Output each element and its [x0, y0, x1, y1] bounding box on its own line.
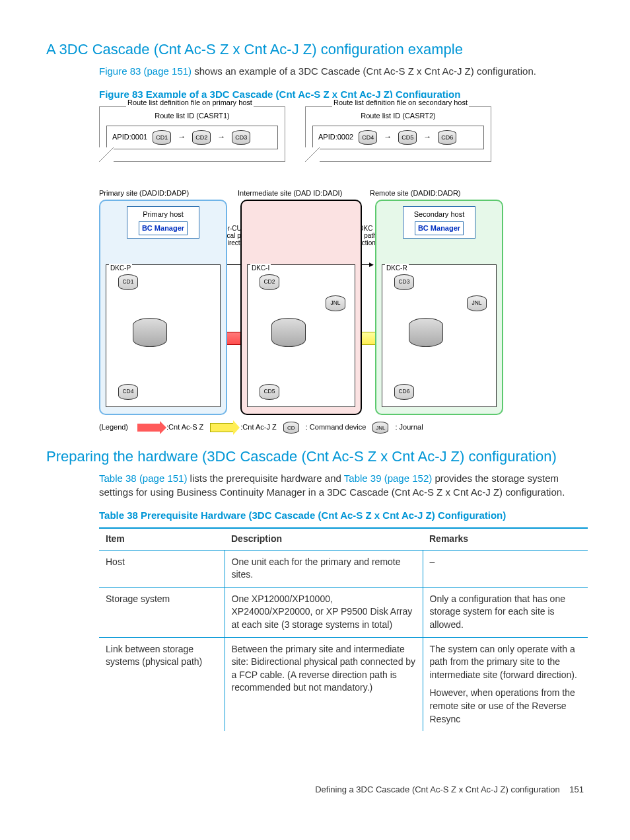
- legend-cmd: : Command device: [306, 422, 367, 432]
- cd5-icon: CD5: [398, 130, 417, 145]
- cd3-cyl-icon: CD3: [394, 274, 414, 290]
- th-remarks: Remarks: [423, 528, 588, 550]
- legend-label: (Legend): [99, 422, 128, 432]
- cd1-cyl-icon: CD1: [118, 274, 138, 290]
- legend-cd-icon: CD: [283, 422, 299, 434]
- legend-jnl-icon: JNL: [372, 422, 388, 434]
- dkc-r-box: DKC-R CD3 JNL CD6: [382, 264, 497, 407]
- label-remote-site: Remote site (DADID:DADR): [370, 188, 495, 198]
- heading-config-example: A 3DC Cascade (Cnt Ac-S Z x Cnt Ac-J Z) …: [46, 40, 584, 60]
- legend-cnt-j: :Cnt Ac-J Z: [240, 422, 276, 432]
- footer-page-number: 151: [569, 784, 584, 794]
- storage-cyl-icon: [271, 318, 306, 347]
- table-38: Item Description Remarks Host One unit e…: [99, 527, 588, 731]
- label-secondary-host: Secondary host: [406, 210, 472, 219]
- legend-journal: : Journal: [395, 422, 423, 432]
- cd2-cyl-icon: CD2: [260, 274, 279, 290]
- table-caption: Table 38 Prerequisite Hardware (3DC Casc…: [99, 508, 584, 522]
- cell-desc: One unit each for the primary and remote…: [225, 550, 423, 587]
- route-secondary-id: Route list ID (CASRT2): [361, 111, 436, 121]
- remarks-p1: The system can only operate with a path …: [430, 643, 582, 682]
- bc-manager-label: BC Manager: [415, 221, 464, 235]
- dkc-p-box: DKC-P CD1 CD4: [106, 264, 221, 407]
- arrow-icon: [382, 132, 393, 143]
- link-table-39[interactable]: Table 39 (page 152): [344, 473, 432, 484]
- cell-item: Storage system: [99, 587, 225, 637]
- bc-manager-label: BC Manager: [139, 221, 188, 235]
- cell-item: Host: [99, 550, 225, 587]
- figure-83-diagram: Route list definition file on primary ho…: [99, 106, 508, 434]
- route-secondary-title: Route list definition file on secondary …: [332, 98, 469, 108]
- legend-row: (Legend) :Cnt Ac-S Z :Cnt Ac-J Z CD : Co…: [99, 422, 508, 434]
- intro-paragraph: Figure 83 (page 151) shows an example of…: [99, 64, 584, 78]
- storage-cyl-icon: [409, 318, 443, 347]
- cell-item: Link between storage systems (physical p…: [99, 637, 225, 731]
- th-item: Item: [99, 528, 225, 550]
- cd6-cyl-icon: CD6: [394, 384, 414, 400]
- cd5-cyl-icon: CD5: [260, 384, 279, 400]
- cd4-cyl-icon: CD4: [118, 384, 138, 400]
- jnl-cyl-icon: JNL: [326, 295, 345, 311]
- dkc-i-box: DKC-I CD2 JNL CD5: [247, 264, 355, 407]
- route-primary-box: Route list definition file on primary ho…: [99, 106, 285, 162]
- hardware-paragraph: Table 38 (page 151) lists the prerequisi…: [99, 471, 584, 499]
- jnl-cyl-icon: JNL: [467, 295, 487, 311]
- dkc-p-label: DKC-P: [109, 264, 132, 273]
- cd1-icon: CD1: [153, 130, 171, 145]
- cd4-icon: CD4: [359, 130, 377, 145]
- table-row: Link between storage systems (physical p…: [99, 637, 588, 731]
- cell-remarks: The system can only operate with a path …: [423, 637, 588, 731]
- arrow-icon: [216, 132, 227, 143]
- label-primary-site: Primary site (DADID:DADP): [99, 188, 225, 198]
- cell-remarks: –: [423, 550, 588, 587]
- arrow-icon: [176, 132, 187, 143]
- dkc-r-label: DKC-R: [385, 264, 409, 273]
- th-description: Description: [225, 528, 423, 550]
- table-row: Host One unit each for the primary and r…: [99, 550, 588, 587]
- legend-red-arrow-icon: [137, 424, 160, 432]
- route-primary-id: Route list ID (CASRT1): [155, 111, 230, 121]
- cell-desc: Between the primary site and intermediat…: [225, 637, 423, 731]
- storage-cyl-icon: [133, 318, 167, 347]
- remote-site-box: Secondary host BC Manager DKC-R CD3 JNL …: [375, 200, 503, 415]
- table-header-row: Item Description Remarks: [99, 528, 588, 550]
- cell-desc: One XP12000/XP10000, XP24000/XP20000, or…: [225, 587, 423, 637]
- p2-mid: lists the prerequisite hardware and: [187, 473, 343, 484]
- label-primary-host: Primary host: [130, 210, 196, 219]
- route-primary-title: Route list definition file on primary ho…: [126, 98, 254, 108]
- primary-site-box: Primary host BC Manager DKC-P CD1 CD4: [99, 200, 227, 415]
- label-intermediate-site: Intermediate site (DAD ID:DADI): [238, 188, 357, 198]
- intro-text: shows an example of a 3DC Cascade (Cnt A…: [192, 65, 536, 77]
- remarks-p2: However, when operations from the remote…: [430, 687, 582, 726]
- cd3-icon: CD3: [232, 130, 250, 145]
- footer-text: Defining a 3DC Cascade (Cnt Ac-S Z x Cnt…: [315, 784, 560, 794]
- legend-cnt-s: :Cnt Ac-S Z: [166, 422, 203, 432]
- link-figure-83[interactable]: Figure 83 (page 151): [99, 65, 192, 77]
- legend-yellow-arrow-icon: [210, 423, 234, 432]
- table-row: Storage system One XP12000/XP10000, XP24…: [99, 587, 588, 637]
- link-table-38[interactable]: Table 38 (page 151): [99, 473, 187, 484]
- route-secondary-box: Route list definition file on secondary …: [305, 106, 491, 162]
- intermediate-site-box: DKC-I CD2 JNL CD5: [240, 200, 362, 415]
- apid-primary: APID:0001: [112, 132, 147, 142]
- primary-host-box: Primary host BC Manager: [127, 206, 199, 239]
- cd6-icon: CD6: [438, 130, 456, 145]
- arrow-icon: [422, 132, 433, 143]
- heading-preparing-hardware: Preparing the hardware (3DC Cascade (Cnt…: [46, 447, 584, 467]
- apid-secondary: APID:0002: [318, 132, 353, 142]
- secondary-host-box: Secondary host BC Manager: [403, 206, 475, 239]
- dkc-i-label: DKC-I: [250, 264, 271, 273]
- cd2-icon: CD2: [192, 130, 211, 145]
- cell-remarks: Only a configuration that has one storag…: [423, 587, 588, 637]
- page-footer: Defining a 3DC Cascade (Cnt Ac-S Z x Cnt…: [46, 784, 584, 796]
